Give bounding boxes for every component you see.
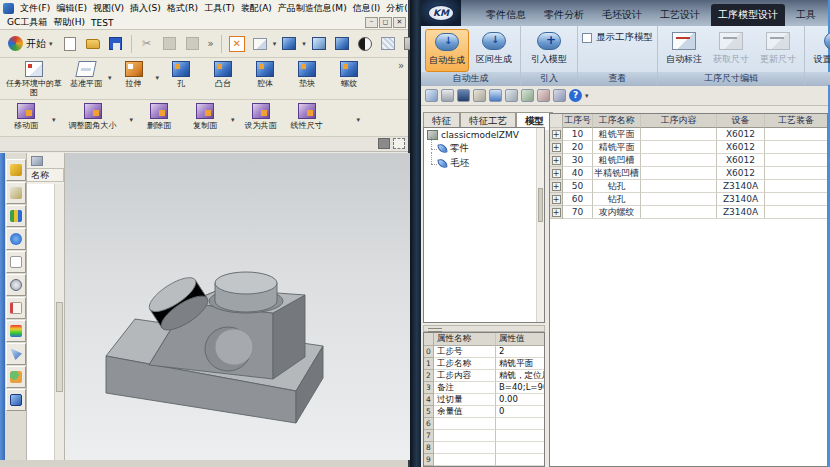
menu-insert[interactable]: 插入(S) (127, 1, 164, 16)
update-dimension-button[interactable]: 更新尺寸 (756, 29, 800, 72)
property-value[interactable] (496, 454, 544, 466)
property-value[interactable]: 0 (496, 406, 544, 418)
menu-tools[interactable]: 工具(T) (201, 1, 238, 16)
cell-operation-name[interactable]: 精铣平面 (593, 141, 641, 154)
cell-operation-content[interactable] (641, 180, 717, 193)
chevron-down-icon[interactable]: ▾ (357, 116, 361, 124)
property-name-header[interactable]: 属性名称 (434, 333, 496, 346)
copy-face-button[interactable]: 复制面 (185, 102, 225, 131)
settings-icon[interactable] (553, 89, 566, 102)
property-row[interactable]: 2 工步内容 精铣，定位尺 (424, 370, 544, 382)
cell-operation-name[interactable]: 钻孔 (593, 180, 641, 193)
navigator-panel-icon[interactable] (31, 156, 43, 166)
thread-button[interactable]: 螺纹 (329, 60, 369, 89)
import-model-button[interactable]: 引入模型 (525, 29, 573, 72)
expand-plus-icon[interactable]: + (552, 143, 561, 152)
menu-view[interactable]: 视图(V) (90, 1, 127, 16)
col-equipment[interactable]: 设备 (717, 114, 765, 128)
new-file-button[interactable] (60, 34, 80, 54)
chevron-down-icon[interactable]: ▾ (108, 74, 112, 82)
chevron-down-icon[interactable]: ▾ (130, 116, 134, 124)
chevron-down-icon[interactable]: ▾ (231, 116, 235, 124)
property-row[interactable]: 9 (424, 454, 544, 466)
tree-root-node[interactable]: classicmodelZMV (424, 128, 544, 141)
wireframe-button[interactable] (332, 34, 352, 54)
cell-operation-name[interactable]: 粗铣平面 (593, 128, 641, 141)
web-browser-button[interactable] (6, 228, 26, 250)
close-button[interactable]: ✕ (393, 17, 406, 28)
property-row[interactable]: 1 工步名称 精铣平面 (424, 358, 544, 370)
col-operation-no[interactable]: 工序号 (563, 114, 593, 128)
tab-part-info[interactable]: 零件信息 (479, 4, 533, 26)
tab-process-inspection[interactable]: 工艺检验 (827, 4, 828, 26)
cell-operation-name[interactable]: 粗铣凹槽 (593, 154, 641, 167)
cell-process-equipment[interactable] (765, 180, 827, 193)
cut-button[interactable]: ✂ (137, 34, 157, 54)
cell-process-equipment[interactable] (765, 167, 827, 180)
property-value[interactable] (496, 442, 544, 454)
open-file-button[interactable] (83, 34, 103, 54)
cell-equipment[interactable]: Z3140A (717, 193, 765, 206)
cell-equipment[interactable]: X6012 (717, 154, 765, 167)
cell-operation-no[interactable]: 40 (563, 167, 593, 180)
menu-assembly[interactable]: 装配(A) (238, 1, 275, 16)
linear-dimension-button[interactable]: 线性尺寸 (287, 102, 327, 131)
expand-plus-icon[interactable]: + (552, 169, 561, 178)
make-coplanar-button[interactable]: 设为共面 (241, 102, 281, 131)
windows-button[interactable] (6, 389, 26, 411)
node-icon[interactable] (537, 89, 550, 102)
app-menu-button[interactable]: KM (421, 0, 461, 26)
property-row[interactable]: 4 过切量 0.00 (424, 394, 544, 406)
table-row[interactable]: + 10 粗铣平面 X6012 (550, 128, 827, 141)
menu-format[interactable]: 格式(R) (164, 1, 201, 16)
cell-process-equipment[interactable] (765, 141, 827, 154)
save-button[interactable] (106, 34, 126, 54)
cell-operation-content[interactable] (641, 154, 717, 167)
cell-process-equipment[interactable] (765, 128, 827, 141)
visualization-button[interactable] (6, 320, 26, 342)
chevron-down-icon[interactable]: ▾ (302, 40, 306, 48)
table-row[interactable]: + 50 钻孔 Z3140A (550, 180, 827, 193)
col-operation-content[interactable]: 工序内容 (641, 114, 717, 128)
navigator-list[interactable] (27, 184, 55, 460)
cell-operation-no[interactable]: 30 (563, 154, 593, 167)
cell-process-equipment[interactable] (765, 154, 827, 167)
property-row[interactable]: 6 (424, 418, 544, 430)
datum-plane-button[interactable]: 基准平面 (66, 60, 106, 89)
move-face-button[interactable]: 移动面 (6, 102, 46, 131)
cell-equipment[interactable]: X6012 (717, 128, 765, 141)
property-row[interactable]: 5 余量值 0 (424, 406, 544, 418)
dashed-square-icon[interactable] (393, 138, 405, 149)
toolbar-overflow-icon[interactable]: » (206, 38, 216, 49)
property-row[interactable]: 3 备注 B=40;L=90;H= (424, 382, 544, 394)
set-tool-point-button[interactable]: 设置对刀点 (809, 29, 830, 72)
menu-help[interactable]: 帮助(H) (50, 15, 88, 30)
resize-blend-button[interactable]: 调整圆角大小 (62, 102, 124, 131)
menu-pmi[interactable]: 产品制造信息(M) (275, 1, 350, 16)
col-process-equipment[interactable]: 工艺装备 (765, 114, 827, 128)
tab-process-design[interactable]: 工艺设计 (653, 4, 707, 26)
shaded-edges-button[interactable] (309, 34, 329, 54)
menu-analysis[interactable]: 分析(L) (383, 1, 408, 16)
cell-operation-no[interactable]: 70 (563, 206, 593, 219)
cell-equipment[interactable]: Z3140A (717, 206, 765, 219)
table-row[interactable]: + 20 精铣平面 X6012 (550, 141, 827, 154)
cell-operation-name[interactable]: 半精铣凹槽 (593, 167, 641, 180)
history-button[interactable] (6, 274, 26, 296)
shaded-view-button[interactable] (279, 34, 299, 54)
menu-test[interactable]: TEST (88, 17, 116, 29)
chevron-down-icon[interactable]: ▾ (585, 92, 589, 100)
cell-operation-content[interactable] (641, 128, 717, 141)
tree-scrollbar[interactable] (536, 128, 544, 322)
scrollbar-thumb[interactable] (56, 302, 63, 392)
refresh-icon[interactable] (521, 89, 534, 102)
table-icon[interactable] (425, 89, 438, 102)
csys-button[interactable]: ✕ (227, 34, 247, 54)
render-style-button[interactable] (355, 34, 375, 54)
tree-node-part[interactable]: 零件 (424, 141, 544, 156)
assembly-navigator-button[interactable] (6, 159, 26, 181)
tab-tools[interactable]: 工具 (789, 4, 823, 26)
sketch-in-task-env-button[interactable]: 任务环境中的草图 (4, 60, 64, 98)
table-row[interactable]: + 60 钻孔 Z3140A (550, 193, 827, 206)
sketch-view-button[interactable] (250, 34, 270, 54)
